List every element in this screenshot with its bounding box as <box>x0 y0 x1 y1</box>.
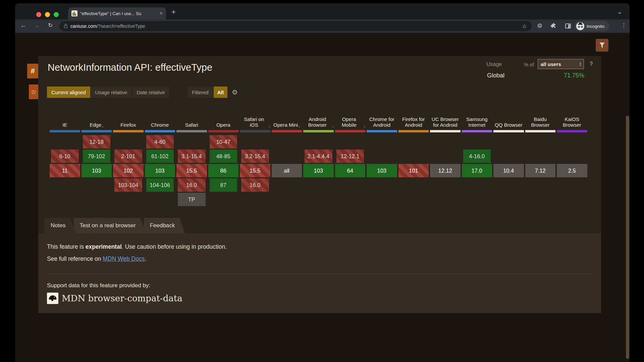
browser-column-ie: IE6-1011 <box>50 88 80 207</box>
browser-column-chrome: Chrome4-6061-102103104-106 <box>145 88 175 207</box>
support-cell[interactable]: 3.1-15.4 <box>178 149 206 163</box>
support-cell-slot-empty <box>82 193 112 206</box>
support-cell[interactable]: 64 <box>335 164 366 177</box>
filter-button[interactable] <box>596 39 608 52</box>
browser-name: Opera Mini* <box>272 88 302 130</box>
permalink-hash-button[interactable]: # <box>27 64 38 78</box>
incognito-label: Incognito <box>587 24 604 29</box>
browser-name-text: IE <box>62 122 67 128</box>
support-cell[interactable]: 48-85 <box>210 149 237 163</box>
support-cell-slot-empty <box>272 193 302 206</box>
support-cell[interactable]: 10-47 <box>210 135 237 148</box>
tab-strip: "effectiveType" | Can I use... Su × + ⌄ <box>15 3 630 19</box>
browser-brand-strip <box>303 130 334 132</box>
browser-name-text: Samsung Internet <box>462 116 492 128</box>
tab-notes[interactable]: Notes <box>45 218 75 233</box>
support-cell[interactable]: 103 <box>82 164 112 177</box>
support-cell[interactable]: 16.0 <box>241 178 269 192</box>
support-cell[interactable]: 6-10 <box>51 149 79 163</box>
browser-name-text: KaiOS Browser <box>557 116 587 128</box>
support-provider-label: Support data for this feature provided b… <box>47 282 150 289</box>
tab-feedback[interactable]: Feedback <box>144 218 185 233</box>
browser-name: Android Browser* <box>303 88 334 130</box>
support-cell[interactable]: 12-18 <box>83 135 111 148</box>
support-cell[interactable]: 103-104 <box>114 178 142 192</box>
usage-select[interactable]: all users ▴▾ <box>538 59 584 69</box>
close-window-button[interactable] <box>36 12 41 17</box>
usage-help-button[interactable]: ? <box>590 61 593 67</box>
tab-close-icon[interactable]: × <box>160 11 163 16</box>
support-cell[interactable]: 17.0 <box>462 164 492 177</box>
support-cell-slot-empty <box>557 135 587 148</box>
support-cell[interactable]: 61-102 <box>146 149 174 163</box>
support-cell[interactable]: 10.4 <box>493 164 524 177</box>
new-tab-button[interactable]: + <box>171 8 176 16</box>
support-cell[interactable]: 4-16.0 <box>463 149 491 163</box>
support-cell[interactable]: 12-12.1 <box>336 149 364 163</box>
browser-toolbar: ← → ↻ caniuse.com/?search=effectiveType … <box>15 19 630 33</box>
support-cell[interactable]: 15.5 <box>240 164 270 177</box>
browser-brand-strip <box>82 130 112 132</box>
support-cell[interactable]: all <box>272 164 302 177</box>
support-cell[interactable]: 103 <box>367 164 397 177</box>
page-scrollbar[interactable] <box>626 116 629 359</box>
support-cell[interactable]: 7.12 <box>525 164 556 177</box>
favorite-star-button[interactable]: ☆ <box>29 84 38 99</box>
browser-name-text: Baidu Browser <box>525 116 556 128</box>
support-cell[interactable]: 12.12 <box>430 164 461 177</box>
support-cell-slot-empty <box>430 178 461 192</box>
browser-name-text: UC Browser for Android <box>430 116 461 128</box>
support-cell[interactable]: 4-60 <box>146 135 174 148</box>
support-cell[interactable]: 2-101 <box>114 149 142 163</box>
support-cell[interactable]: 79-102 <box>83 149 111 163</box>
bookmark-star-icon[interactable]: ☆ <box>522 23 527 30</box>
browser-menu-icon[interactable]: ⋮ <box>621 22 627 29</box>
fullscreen-window-button[interactable] <box>54 12 59 17</box>
url-bar[interactable]: caniuse.com/?search=effectiveType ☆ <box>59 21 532 31</box>
provider-name[interactable]: MDN browser-compat-data <box>62 293 182 303</box>
extensions-puzzle-icon[interactable] <box>550 23 556 29</box>
support-cell[interactable]: 2.5 <box>557 164 587 177</box>
support-cell[interactable]: 104-106 <box>146 178 174 192</box>
extension-gear-icon[interactable]: ⚙ <box>537 22 542 29</box>
support-cell[interactable]: 102 <box>113 164 144 177</box>
browser-column-opera-mini: Opera Mini*all <box>272 88 302 207</box>
mdn-web-docs-link[interactable]: MDN Web Docs <box>103 255 145 262</box>
browser-brand-strip <box>113 130 144 132</box>
tab-search-chevron-icon[interactable]: ⌄ <box>617 8 622 15</box>
support-cell[interactable]: 103 <box>303 164 334 177</box>
forward-button[interactable]: → <box>33 22 41 29</box>
minimize-window-button[interactable] <box>45 12 50 17</box>
support-cell[interactable]: 103 <box>145 164 175 177</box>
browser-name-text: Safari <box>185 122 198 128</box>
support-cell-slot: 12.12 <box>430 164 461 177</box>
support-cell-slot-empty <box>525 135 556 148</box>
support-cell[interactable]: 86 <box>208 164 239 177</box>
browser-name-text: Chrome for Android <box>367 116 397 128</box>
reload-button[interactable]: ↻ <box>46 22 55 29</box>
browser-brand-strip <box>493 130 524 132</box>
browser-name-text: Opera Mobile <box>335 116 363 128</box>
browser-tab[interactable]: "effectiveType" | Can I use... Su × <box>68 7 166 19</box>
support-cell-slot-empty <box>493 149 524 163</box>
support-cell[interactable]: TP <box>178 193 206 206</box>
support-cell[interactable]: 87 <box>210 178 237 192</box>
tab-test-on-a-real-browser[interactable]: Test on a real browser <box>73 218 146 233</box>
support-cell[interactable]: 3.2-15.4 <box>241 149 269 163</box>
support-cell[interactable]: 2.1-4.4.4 <box>305 149 332 163</box>
page-viewport: # ☆ NetworkInformation API: effectiveTyp… <box>15 33 630 362</box>
browser-brand-strip <box>430 130 461 132</box>
back-button[interactable]: ← <box>19 22 28 29</box>
support-cell[interactable]: 101 <box>398 164 429 177</box>
side-panel-icon[interactable] <box>565 23 571 28</box>
browser-name-text: Opera Mini <box>273 122 298 128</box>
support-cell-slot-empty <box>367 149 397 163</box>
support-cell[interactable]: 15.5 <box>176 164 207 177</box>
browser-name: Safari on iOS* <box>240 88 270 130</box>
support-cell[interactable]: 11 <box>50 164 80 177</box>
support-cell[interactable]: 16.0 <box>178 178 206 192</box>
browser-name: Baidu Browser <box>525 88 556 130</box>
global-usage-percent: 71.75% <box>525 72 584 79</box>
browser-name: KaiOS Browser <box>557 88 587 130</box>
tab-title: "effectiveType" | Can I use... Su <box>80 11 157 16</box>
